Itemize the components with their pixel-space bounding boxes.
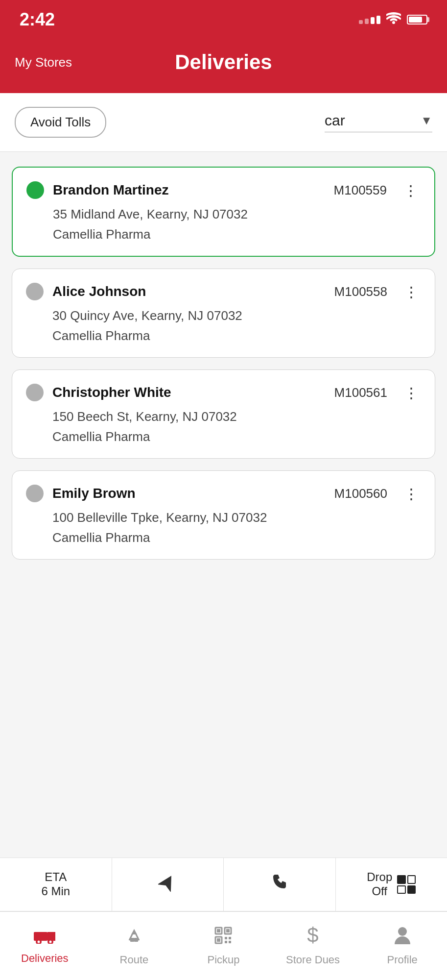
svg-point-22 xyxy=(398,927,407,936)
wifi-icon xyxy=(386,12,401,27)
battery-icon xyxy=(407,15,427,24)
delivery-address: 150 Beech St, Kearny, NJ 07032 xyxy=(26,409,421,424)
card-menu-button[interactable]: ⋮ xyxy=(402,485,421,502)
svg-marker-0 xyxy=(158,873,177,892)
card-menu-button[interactable]: ⋮ xyxy=(401,182,421,199)
card-menu-button[interactable]: ⋮ xyxy=(402,283,421,300)
drop-off-button[interactable]: DropOff xyxy=(336,858,447,911)
navigate-icon xyxy=(158,873,177,896)
delivery-card[interactable]: Alice Johnson M100558 ⋮ 30 Quincy Ave, K… xyxy=(12,269,435,358)
status-dot xyxy=(26,181,44,199)
svg-rect-12 xyxy=(217,929,220,932)
eta-button: ETA6 Min xyxy=(0,858,112,911)
call-button[interactable] xyxy=(224,858,336,911)
controls-bar: Avoid Tolls car ▼ xyxy=(0,93,447,152)
header: My Stores Deliveries xyxy=(0,39,447,93)
delivery-address: 30 Quincy Ave, Kearny, NJ 07032 xyxy=(26,308,421,323)
svg-rect-17 xyxy=(225,937,227,939)
status-icons xyxy=(359,12,427,27)
svg-marker-8 xyxy=(131,930,137,934)
svg-point-5 xyxy=(38,940,40,943)
svg-rect-9 xyxy=(130,938,134,942)
svg-rect-7 xyxy=(47,933,54,939)
qr-icon xyxy=(397,875,416,894)
svg-rect-19 xyxy=(225,941,227,943)
store-name: Camellia Pharma xyxy=(26,429,421,444)
delivery-list: Brandon Martinez M100559 ⋮ 35 Midland Av… xyxy=(0,152,447,574)
vehicle-select[interactable]: car ▼ xyxy=(325,112,432,132)
route-icon xyxy=(124,926,144,950)
page-title: Deliveries xyxy=(175,50,272,74)
navigate-button[interactable] xyxy=(112,858,224,911)
store-name: Camellia Pharma xyxy=(26,227,421,242)
person-icon xyxy=(394,926,411,950)
status-dot xyxy=(26,283,44,300)
order-id: M100561 xyxy=(334,385,387,400)
card-header: Emily Brown M100560 ⋮ xyxy=(26,485,421,502)
back-button[interactable]: My Stores xyxy=(15,55,72,70)
customer-name: Christopher White xyxy=(52,385,326,400)
card-header: Brandon Martinez M100559 ⋮ xyxy=(26,181,421,199)
customer-name: Alice Johnson xyxy=(52,284,326,299)
signal-icon xyxy=(359,16,380,24)
delivery-card[interactable]: Emily Brown M100560 ⋮ 100 Belleville Tpk… xyxy=(12,470,435,560)
card-header: Alice Johnson M100558 ⋮ xyxy=(26,283,421,300)
store-name: Camellia Pharma xyxy=(26,530,421,545)
status-time: 2:42 xyxy=(20,9,55,30)
phone-icon xyxy=(271,874,288,895)
svg-rect-10 xyxy=(134,938,138,942)
chevron-down-icon: ▼ xyxy=(421,114,432,127)
action-bar: ETA6 Min DropOff xyxy=(0,858,447,911)
card-menu-button[interactable]: ⋮ xyxy=(402,384,421,401)
status-dot xyxy=(26,485,44,502)
pickup-qr-icon xyxy=(213,926,233,950)
nav-item-profile[interactable]: Profile xyxy=(357,912,447,980)
svg-rect-18 xyxy=(229,937,231,939)
eta-label: ETA6 Min xyxy=(41,870,70,899)
vehicle-value: car xyxy=(325,112,345,129)
order-id: M100558 xyxy=(334,284,387,299)
nav-item-store-dues[interactable]: $ Store Dues xyxy=(268,912,358,980)
svg-text:$: $ xyxy=(307,926,318,945)
svg-rect-14 xyxy=(226,929,230,932)
nav-label-deliveries: Deliveries xyxy=(21,952,69,965)
nav-label-profile: Profile xyxy=(387,954,417,966)
order-id: M100560 xyxy=(334,486,387,501)
delivery-card[interactable]: Brandon Martinez M100559 ⋮ 35 Midland Av… xyxy=(12,167,435,257)
customer-name: Emily Brown xyxy=(52,486,326,501)
nav-label-store-dues: Store Dues xyxy=(286,954,340,966)
nav-label-pickup: Pickup xyxy=(207,954,239,966)
svg-rect-20 xyxy=(229,941,231,943)
store-name: Camellia Pharma xyxy=(26,328,421,343)
delivery-card[interactable]: Christopher White M100561 ⋮ 150 Beech St… xyxy=(12,369,435,459)
nav-bar: Deliveries Route xyxy=(0,911,447,980)
truck-icon xyxy=(34,928,55,948)
order-id: M100559 xyxy=(334,183,387,198)
nav-item-route[interactable]: Route xyxy=(90,912,179,980)
svg-point-6 xyxy=(49,940,52,943)
svg-rect-16 xyxy=(217,938,220,942)
dollar-icon: $ xyxy=(304,926,322,950)
card-header: Christopher White M100561 ⋮ xyxy=(26,384,421,401)
status-bar: 2:42 xyxy=(0,0,447,39)
drop-off-label: DropOff xyxy=(367,870,392,899)
nav-label-route: Route xyxy=(120,954,149,966)
nav-item-deliveries[interactable]: Deliveries xyxy=(0,912,90,980)
avoid-tolls-button[interactable]: Avoid Tolls xyxy=(15,107,106,138)
nav-item-pickup[interactable]: Pickup xyxy=(179,912,268,980)
svg-rect-1 xyxy=(34,932,47,941)
status-dot xyxy=(26,384,44,401)
delivery-address: 100 Belleville Tpke, Kearny, NJ 07032 xyxy=(26,510,421,525)
customer-name: Brandon Martinez xyxy=(53,182,325,198)
delivery-address: 35 Midland Ave, Kearny, NJ 07032 xyxy=(26,207,421,222)
